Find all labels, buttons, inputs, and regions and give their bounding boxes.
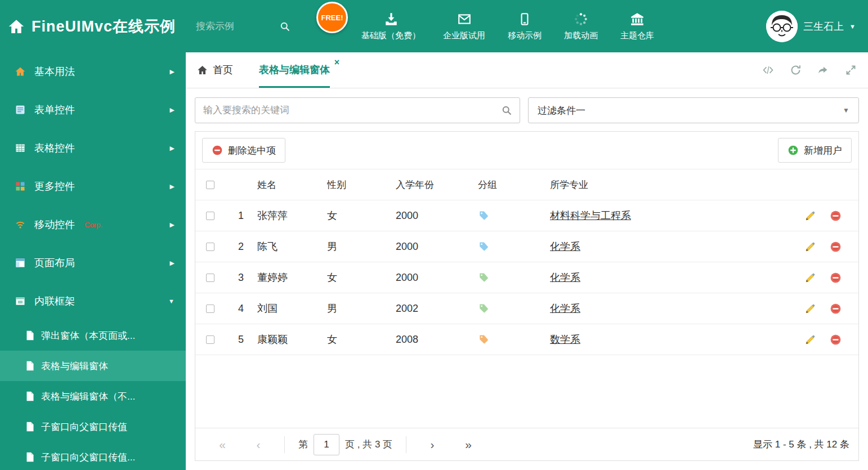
- delete-row-icon[interactable]: [830, 334, 842, 346]
- refresh-icon[interactable]: [790, 64, 802, 76]
- column-header-0[interactable]: 姓名: [257, 178, 327, 191]
- select-all-checkbox[interactable]: [206, 181, 214, 189]
- sidebar-subitem-2[interactable]: 表格与编辑窗体（不...: [0, 381, 186, 411]
- cell-gender: 女: [327, 271, 396, 284]
- page-prefix: 第: [298, 438, 308, 451]
- cell-year: 2008: [396, 334, 478, 346]
- tab-1[interactable]: 表格与编辑窗体×: [259, 52, 330, 88]
- header-nav-item-1[interactable]: 企业版试用: [443, 12, 485, 41]
- table-row: 4刘国男2002化学系: [195, 293, 858, 324]
- download-icon: [384, 12, 399, 26]
- grid-empty-space: [195, 355, 858, 428]
- page-number-input[interactable]: [314, 434, 339, 455]
- first-page-button[interactable]: «: [204, 438, 240, 451]
- keyword-input[interactable]: [195, 105, 494, 116]
- fullscreen-icon[interactable]: [845, 64, 857, 76]
- sidebar-item-4[interactable]: 移动控件Corp.▶: [0, 205, 186, 244]
- edit-pencil-icon[interactable]: [804, 334, 816, 346]
- row-number: 2: [225, 241, 257, 253]
- username: 三生石上: [803, 20, 844, 33]
- header-search-input[interactable]: [195, 20, 279, 33]
- major-link[interactable]: 材料科学与工程系: [550, 210, 631, 221]
- add-button-label: 新增用户: [804, 144, 842, 157]
- header-nav-item-0[interactable]: 基础版（免费）: [361, 12, 420, 41]
- row-number: 1: [225, 210, 257, 222]
- major-link[interactable]: 化学系: [550, 272, 580, 283]
- tag-icon: [478, 303, 550, 314]
- cell-name: 陈飞: [257, 240, 327, 253]
- caret-down-icon: ▼: [843, 106, 849, 114]
- header-nav-label: 主题仓库: [620, 30, 654, 41]
- grid-toolbar: 删除选中项 新增用户: [195, 132, 858, 169]
- tab-0[interactable]: 首页: [197, 52, 233, 88]
- edit-pencil-icon[interactable]: [804, 210, 816, 222]
- row-number: 3: [225, 272, 257, 284]
- row-checkbox[interactable]: [206, 243, 214, 251]
- filter-row: 过滤条件一 ▼: [195, 97, 859, 123]
- share-icon[interactable]: [817, 64, 829, 76]
- sidebar-subitem-0[interactable]: 弹出窗体（本页面或...: [0, 320, 186, 351]
- chevron-right-icon: ▶: [170, 221, 175, 229]
- sidebar-subitem-3[interactable]: 子窗口向父窗口传值: [0, 411, 186, 442]
- delete-row-icon[interactable]: [830, 272, 842, 284]
- row-checkbox[interactable]: [206, 305, 214, 313]
- plus-circle-icon: [788, 145, 799, 156]
- content-area: 过滤条件一 ▼ 删除选中项: [186, 88, 868, 470]
- sidebar-item-label: 表单控件: [34, 103, 75, 117]
- delete-row-icon[interactable]: [830, 241, 842, 253]
- brand[interactable]: FineUIMvc在线示例: [8, 16, 176, 37]
- edit-pencil-icon[interactable]: [804, 272, 816, 284]
- sidebar-item-3[interactable]: 更多控件▶: [0, 167, 186, 205]
- sidebar-subitem-1[interactable]: 表格与编辑窗体: [0, 351, 186, 381]
- header-nav-item-3[interactable]: 加载动画: [564, 12, 598, 41]
- header-nav-item-2[interactable]: 移动示例: [508, 12, 542, 41]
- close-icon[interactable]: ×: [334, 58, 339, 67]
- edit-pencil-icon[interactable]: [804, 303, 816, 315]
- cell-name: 张萍萍: [257, 209, 327, 222]
- search-icon[interactable]: [494, 105, 520, 116]
- code-icon[interactable]: [762, 64, 774, 76]
- major-link[interactable]: 数学系: [550, 334, 580, 345]
- cell-year: 2000: [396, 241, 478, 253]
- page-suffix: 页 , 共 3 页: [345, 438, 392, 451]
- sidebar-item-0[interactable]: 基本用法▶: [0, 52, 186, 91]
- prev-page-button[interactable]: ‹: [240, 438, 276, 451]
- app-window: FineUIMvc在线示例 FREE! 基础版（免费）企业版试用移动示例加载动画…: [0, 0, 868, 470]
- file-icon: [26, 422, 34, 432]
- add-user-button[interactable]: 新增用户: [778, 138, 852, 163]
- sidebar-item-5[interactable]: 页面布局▶: [0, 244, 186, 282]
- header-nav-label: 基础版（免费）: [361, 30, 420, 41]
- table-row: 1张萍萍女2000材料科学与工程系: [195, 200, 858, 231]
- row-checkbox[interactable]: [206, 212, 214, 220]
- sidebar: 基本用法▶表单控件▶表格控件▶更多控件▶移动控件Corp.▶页面布局▶内联框架▼…: [0, 52, 186, 470]
- row-checkbox[interactable]: [206, 274, 214, 282]
- delete-row-icon[interactable]: [830, 210, 842, 222]
- sidebar-item-2[interactable]: 表格控件▶: [0, 129, 186, 167]
- delete-selected-button[interactable]: 删除选中项: [202, 138, 285, 163]
- column-header-2[interactable]: 入学年份: [396, 178, 478, 191]
- delete-row-icon[interactable]: [830, 303, 842, 315]
- row-checkbox[interactable]: [206, 335, 214, 344]
- header-nav-item-4[interactable]: 主题仓库: [620, 12, 654, 41]
- cell-year: 2002: [396, 303, 478, 315]
- layout-icon: [15, 257, 26, 268]
- major-link[interactable]: 化学系: [550, 303, 580, 314]
- next-page-button[interactable]: ›: [414, 438, 450, 451]
- filter-dropdown-value: 过滤条件一: [538, 104, 585, 117]
- search-icon[interactable]: [279, 21, 290, 32]
- sidebar-item-label: 移动控件: [34, 218, 75, 231]
- major-link[interactable]: 化学系: [550, 241, 580, 252]
- column-header-4[interactable]: 所学专业: [550, 178, 795, 191]
- sidebar-subitem-4[interactable]: 子窗口向父窗口传值...: [0, 442, 186, 470]
- file-icon: [26, 330, 34, 341]
- filter-dropdown[interactable]: 过滤条件一 ▼: [528, 97, 859, 123]
- sidebar-item-1[interactable]: 表单控件▶: [0, 91, 186, 129]
- sidebar-item-6[interactable]: 内联框架▼: [0, 282, 186, 320]
- sidebar-item-label: 页面布局: [34, 256, 75, 270]
- column-header-3[interactable]: 分组: [478, 178, 550, 191]
- header-search: [195, 20, 290, 33]
- edit-pencil-icon[interactable]: [804, 241, 816, 253]
- user-menu[interactable]: 三生石上 ▼: [766, 11, 856, 42]
- column-header-1[interactable]: 性别: [327, 178, 396, 191]
- last-page-button[interactable]: »: [450, 438, 486, 451]
